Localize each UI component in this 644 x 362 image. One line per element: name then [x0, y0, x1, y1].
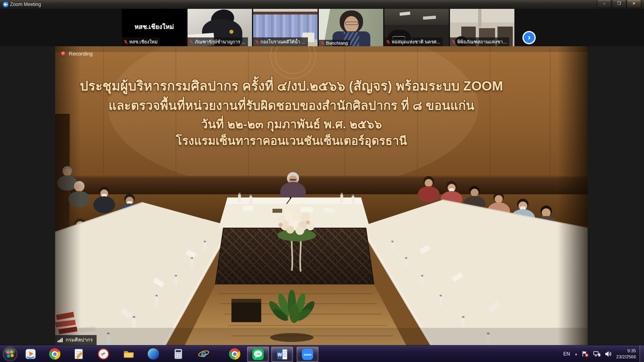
participant-name-text: Banchiang	[326, 41, 348, 45]
chrome-icon	[229, 348, 240, 360]
main-speaker-video[interactable]: ประชุมผู้บริหารกรมศิลปากร ครั้งที่ ๔/งป.…	[55, 46, 588, 345]
participant-video-1[interactable]: หสช.เชียงใหม่ หสช.เชียงใหม่	[122, 9, 186, 46]
taskbar-zoom-active[interactable]: zoom	[297, 347, 318, 362]
taskbar-notepad[interactable]	[71, 347, 87, 361]
chrome-icon	[49, 348, 60, 360]
calculator-icon	[172, 348, 184, 360]
participant-name-text: หอสมุดแห่งชาติ นครศ...	[392, 38, 440, 45]
desktop-screen: Zoom Meeting – ❐ ✕ หสช.เชียงใหม่ หสช.เชี…	[0, 0, 644, 362]
participant-display-name: หสช.เชียงใหม่	[122, 22, 186, 32]
media-player-icon	[25, 348, 37, 360]
participant-filmstrip: หสช.เชียงใหม่ หสช.เชียงใหม่ ภัณฑารักษ์ชำ…	[0, 9, 644, 46]
muted-mic-icon	[320, 41, 325, 45]
column	[478, 9, 481, 27]
participant-video-6[interactable]: พิพิธภัณฑสถานแห่งชา...	[450, 9, 514, 46]
banner-line-4: โรงแรมเซ็นทาราคอนเวนชันเซ็นเตอร์อุดรธานี	[55, 132, 528, 150]
participant-name-label: พิพิธภัณฑสถานแห่งชา...	[450, 37, 509, 46]
taskbar-edge[interactable]	[145, 347, 161, 361]
clock-date: 23/2/2566	[616, 354, 636, 360]
windows-orb-icon	[2, 346, 18, 362]
zoom-icon: zoom	[301, 348, 314, 360]
volume-icon[interactable]	[605, 351, 612, 357]
action-center-flag-icon[interactable]	[582, 351, 589, 357]
start-button[interactable]	[2, 346, 18, 362]
participant-name-label: Banchiang	[319, 40, 350, 46]
participant-video-2[interactable]: ภัณฑารักษ์ชำนาญการ ...	[188, 9, 252, 46]
participant-name-text: ภัณฑารักษ์ชำนาญการ ...	[195, 38, 246, 45]
participant-name-text: พิพิธภัณฑสถานแห่งชา...	[457, 38, 507, 45]
zoom-app-icon	[3, 2, 8, 7]
clock-time: 9:35	[616, 348, 636, 354]
speaker-name-label: กรมศิลปากร	[55, 335, 97, 345]
svg-text:LINE: LINE	[256, 353, 261, 355]
network-icon[interactable]	[593, 351, 601, 357]
taskbar-word-active[interactable]: W	[271, 347, 293, 362]
ceiling	[384, 9, 449, 25]
taskbar-chrome-2[interactable]	[227, 347, 243, 361]
ceiling	[450, 9, 514, 23]
word-icon: W	[276, 348, 288, 360]
system-tray: EN ▲ 9:35 23/2/2566	[563, 346, 636, 362]
taskbar-file-explorer[interactable]	[121, 347, 137, 361]
window-title: Zoom Meeting	[10, 2, 41, 7]
restore-button[interactable]: ❐	[612, 0, 626, 8]
signal-strength-icon	[58, 337, 63, 342]
next-participants-button[interactable]: ›	[524, 32, 535, 43]
line-icon: LINE	[252, 348, 264, 360]
folder-icon	[123, 348, 135, 360]
muted-mic-icon	[189, 40, 194, 44]
minimize-button[interactable]: –	[597, 0, 611, 8]
participant-name-label: หสช.เชียงใหม่	[122, 37, 160, 46]
svg-text:W: W	[277, 352, 282, 358]
muted-mic-icon	[386, 40, 390, 44]
window-controls: – ❐ ✕	[597, 0, 641, 8]
svg-text:zoom: zoom	[303, 353, 312, 356]
recording-dot-icon	[61, 51, 66, 56]
participant-name-text: กองโบราณคดีใต้น้ำ ...	[260, 38, 305, 45]
banner-line-3: วันที่ ๒๒-๒๓ กุมภาพันธ์ พ.ศ. ๒๕๖๖	[55, 115, 528, 134]
banner-line-2: และตรวจพื้นที่หน่วยงานที่รับผิดชอบของสำน…	[55, 95, 528, 115]
participant-video-4[interactable]: Banchiang	[319, 9, 383, 46]
banner-line-1: ประชุมผู้บริหารกรมศิลปากร ครั้งที่ ๔/งป.…	[55, 75, 528, 97]
taskbar-line-active[interactable]: LINE	[247, 347, 269, 362]
taskbar-calculator[interactable]	[170, 347, 186, 361]
notepad-icon	[73, 348, 85, 360]
show-desktop-button[interactable]	[640, 346, 644, 362]
taskbar-clock[interactable]: 9:35 23/2/2566	[616, 348, 636, 360]
recording-indicator: Recording	[61, 51, 93, 57]
taskbar-windows-media-player[interactable]	[23, 347, 39, 361]
windows-taskbar: ✂ e	[0, 345, 644, 362]
wall-strip	[253, 9, 318, 12]
participant-video-5[interactable]: หอสมุดแห่งชาติ นครศ...	[384, 9, 449, 46]
svg-text:e: e	[201, 348, 206, 359]
taskbar-snipping-tool[interactable]: ✂	[95, 347, 111, 361]
snipping-tool-icon: ✂	[97, 348, 109, 360]
participant-name-label: กองโบราณคดีใต้น้ำ ...	[253, 37, 308, 46]
floor-equipment	[231, 299, 261, 322]
speaker-name-text: กรมศิลปากร	[66, 336, 93, 344]
recording-label: Recording	[69, 51, 93, 57]
curtain-rod	[253, 12, 318, 14]
watch	[229, 30, 233, 34]
muted-mic-icon	[255, 40, 259, 44]
muted-mic-icon	[452, 40, 456, 44]
internet-explorer-icon: e	[198, 348, 210, 360]
participant-name-text: หสช.เชียงใหม่	[129, 38, 157, 45]
taskbar-chrome[interactable]	[47, 347, 63, 361]
edge-icon	[148, 348, 159, 360]
glasses	[345, 22, 358, 25]
participant-name-label: หอสมุดแห่งชาติ นครศ...	[384, 37, 443, 46]
participant-video-3[interactable]: กองโบราณคดีใต้น้ำ ...	[253, 9, 318, 46]
participant-name-label: ภัณฑารักษ์ชำนาญการ ...	[188, 37, 248, 46]
window-titlebar[interactable]: Zoom Meeting – ❐ ✕	[0, 0, 644, 9]
close-button[interactable]: ✕	[627, 0, 641, 8]
muted-mic-icon	[124, 40, 128, 44]
taskbar-internet-explorer[interactable]: e	[196, 347, 212, 361]
language-indicator[interactable]: EN	[563, 351, 570, 357]
hidden-icons-button[interactable]: ▲	[574, 352, 578, 356]
